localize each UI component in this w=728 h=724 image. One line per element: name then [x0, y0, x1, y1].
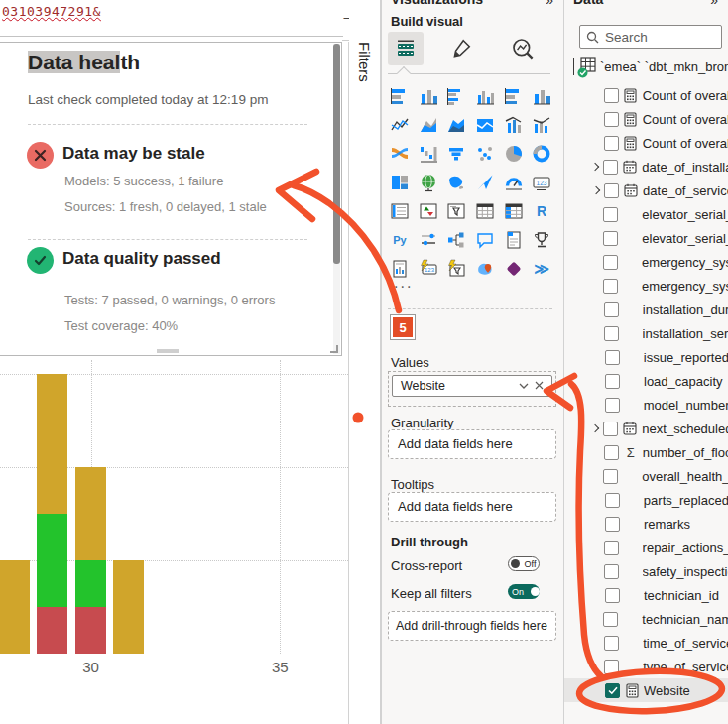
decomposition-tree-icon[interactable]: [445, 229, 467, 251]
field-row-parts-replaced[interactable]: parts_replaced: [564, 488, 728, 512]
bar-segment-middle-green[interactable]: [75, 560, 106, 607]
field-label[interactable]: next_scheduled..: [642, 422, 728, 436]
scatter-chart-icon[interactable]: [474, 143, 496, 165]
field-checkbox[interactable]: [604, 112, 619, 127]
field-checkbox[interactable]: [604, 88, 619, 103]
line-and-clustered-column-chart-icon[interactable]: [531, 114, 552, 136]
hundred-percent-stacked-bar-chart-icon[interactable]: [503, 85, 525, 107]
html-content-visual-icon[interactable]: 5: [390, 314, 416, 340]
field-checkbox[interactable]: [603, 160, 618, 175]
remove-field-icon[interactable]: [532, 380, 546, 392]
cross-report-toggle[interactable]: Off: [508, 556, 540, 571]
field-checkbox[interactable]: [604, 445, 619, 460]
field-label[interactable]: overall_health_c.: [642, 469, 728, 484]
field-label[interactable]: Count of overal..: [643, 88, 728, 103]
field-checkbox[interactable]: [604, 136, 619, 151]
card-icon[interactable]: 123: [531, 172, 552, 193]
stacked-area-chart-icon[interactable]: [445, 114, 467, 136]
field-row-time-of-service[interactable]: time_of_service: [564, 631, 728, 655]
field-checkbox[interactable]: [604, 541, 619, 555]
field-row-technician-id[interactable]: technician_id: [564, 583, 728, 607]
field-row-date-of-service[interactable]: date_of_service: [564, 179, 728, 202]
line-and-stacked-column-chart-icon[interactable]: [503, 114, 525, 136]
power-apps-visual-icon[interactable]: [503, 258, 525, 280]
field-label[interactable]: elevator_serial_..: [642, 231, 728, 246]
field-checkbox[interactable]: [605, 350, 620, 365]
field-row-repair-actions-t[interactable]: repair_actions_t.: [564, 536, 728, 559]
field-row-website[interactable]: Website: [564, 678, 728, 702]
hundred-percent-stacked-column-chart-icon[interactable]: [531, 85, 552, 107]
field-checkbox[interactable]: [605, 493, 620, 508]
field-label[interactable]: date_of_installa..: [642, 160, 728, 175]
field-label[interactable]: remarks: [644, 517, 690, 532]
field-row-emergency-syst[interactable]: emergency_syst..: [564, 274, 728, 298]
field-checkbox[interactable]: [603, 231, 618, 246]
tab-analytics[interactable]: [505, 32, 541, 65]
field-label[interactable]: repair_actions_t.: [643, 541, 728, 555]
drill-through-field-well[interactable]: Add drill-through fields here: [388, 611, 556, 641]
matrix-icon[interactable]: [503, 200, 525, 222]
slicer-new-icon[interactable]: [445, 258, 467, 280]
field-row-issue-reported[interactable]: issue_reported: [564, 345, 728, 369]
smart-narrative-icon[interactable]: [503, 229, 525, 251]
bar-segment-bottom-red[interactable]: [37, 607, 67, 654]
map-icon[interactable]: [418, 172, 439, 193]
filters-pane-collapsed[interactable]: Filters: [349, 0, 381, 724]
table-icon[interactable]: [474, 200, 496, 222]
field-label[interactable]: emergency_syst..: [642, 279, 728, 294]
expand-chevron-icon[interactable]: [589, 164, 601, 170]
field-label[interactable]: Count of overal..: [643, 136, 728, 151]
kpi-icon[interactable]: [418, 200, 439, 222]
field-checkbox[interactable]: [603, 255, 618, 270]
field-row-type-of-service[interactable]: type_of_service: [564, 655, 728, 678]
clustered-bar-chart-icon[interactable]: [445, 85, 467, 107]
keep-all-filters-toggle[interactable]: On: [508, 584, 540, 599]
bar-segment-top-gold[interactable]: [37, 374, 67, 514]
clustered-column-chart-icon[interactable]: [474, 85, 496, 107]
values-field-pill[interactable]: Website: [392, 375, 552, 397]
scrollbar-thumb[interactable]: [333, 44, 340, 264]
field-row-date-of-installa[interactable]: date_of_installa..: [564, 155, 728, 179]
field-label[interactable]: emergency_syst..: [642, 255, 728, 270]
field-checkbox[interactable]: [604, 564, 619, 579]
expand-chevron-icon[interactable]: [589, 425, 601, 431]
field-checkbox[interactable]: [604, 302, 619, 317]
bar-segment-top-gold[interactable]: [113, 560, 144, 654]
field-label[interactable]: technician_name: [642, 612, 728, 627]
field-row-installation-dur[interactable]: installation_dur..: [564, 298, 728, 321]
field-row-installation-serv[interactable]: installation_serv.: [564, 321, 728, 345]
area-chart-icon[interactable]: [418, 114, 439, 136]
table-tree-root[interactable]: `emea` `dbt_mkn_bron..: [564, 56, 728, 77]
values-field-name[interactable]: Website: [401, 379, 516, 393]
gauge-icon[interactable]: [503, 172, 525, 193]
power-automate-visual-icon[interactable]: ≫: [531, 258, 552, 280]
field-row-emergency-syst[interactable]: emergency_syst..: [564, 250, 728, 274]
metrics-goals-icon[interactable]: [531, 229, 552, 251]
granularity-field-well[interactable]: Add data fields here: [388, 429, 556, 459]
parameter-slider-icon[interactable]: [418, 229, 439, 251]
pie-chart-icon[interactable]: [503, 143, 525, 165]
field-checkbox[interactable]: [605, 517, 620, 532]
filled-map-icon[interactable]: [445, 172, 467, 193]
table-name[interactable]: `emea` `dbt_mkn_bron..: [600, 60, 728, 74]
card-new-icon[interactable]: 123: [418, 258, 439, 280]
slicer-icon[interactable]: [445, 200, 467, 222]
bar-segment-middle-green[interactable]: [37, 514, 67, 607]
field-label[interactable]: safety_inspectio.: [643, 564, 728, 579]
field-label[interactable]: Website: [644, 683, 690, 698]
stacked-column-chart[interactable]: 3035: [0, 360, 348, 724]
field-label[interactable]: Count of overal..: [643, 112, 728, 127]
field-label[interactable]: date_of_service: [643, 183, 728, 198]
field-row-number-of-floo[interactable]: Σnumber_of_floo.: [564, 440, 728, 464]
donut-chart-icon[interactable]: [531, 143, 552, 165]
r-script-visual-icon[interactable]: R: [531, 200, 552, 222]
field-label[interactable]: time_of_service: [643, 636, 728, 651]
collapse-pane-icon[interactable]: »: [710, 0, 718, 8]
horizontal-scroll-handle[interactable]: [157, 349, 179, 353]
field-checkbox[interactable]: [604, 326, 619, 341]
waterfall-chart-icon[interactable]: [418, 143, 439, 165]
hundred-percent-stacked-area-chart-icon[interactable]: [474, 114, 496, 136]
field-label[interactable]: installation_serv.: [643, 326, 728, 341]
field-label[interactable]: elevator_serial_..: [642, 207, 728, 222]
stacked-column-chart-icon[interactable]: [418, 85, 439, 107]
